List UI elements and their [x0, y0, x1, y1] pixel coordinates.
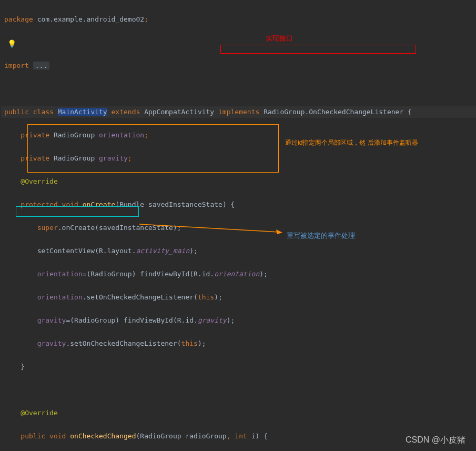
class-name: MainActivity	[58, 108, 107, 116]
code-line: orientation=(RadioGroup) findViewById(R.…	[1, 268, 476, 280]
watermark-text: CSDN @小皮猪	[406, 434, 465, 446]
annotation-label-orange: 通过id指定两个局部区域，然 后添加事件监听器	[285, 138, 418, 147]
fold-marker[interactable]: ...	[33, 62, 49, 69]
code-line: public class MainActivity extends AppCom…	[1, 106, 476, 118]
intention-bulb-icon[interactable]: 💡	[7, 38, 16, 49]
code-line: setContentView(R.layout.activity_main);	[1, 245, 476, 257]
code-line: @Override	[1, 407, 476, 419]
code-line: }	[1, 361, 476, 373]
annotation-label-blue: 重写被选定的事件处理	[287, 230, 355, 242]
code-line: protected void onCreate(Bundle savedInst…	[1, 199, 476, 211]
code-editor[interactable]: package com.example.android_demo02; impo…	[0, 0, 476, 451]
annotation-label-red: 实现接口	[266, 33, 293, 44]
code-line: private RadioGroup gravity;	[1, 153, 476, 164]
code-line: gravity=(RadioGroup) findViewById(R.id.g…	[1, 315, 476, 326]
code-line: public void onCheckedChanged(RadioGroup …	[1, 430, 476, 442]
code-line: @Override	[1, 176, 476, 187]
code-line	[1, 37, 476, 48]
code-line: super.onCreate(savedInstanceState);	[1, 222, 476, 234]
code-line: import ...	[1, 60, 476, 72]
code-line	[1, 384, 476, 396]
code-line: package com.example.android_demo02;	[1, 14, 476, 25]
code-line: orientation.setOnCheckedChangeListener(t…	[1, 292, 476, 303]
code-line	[1, 83, 476, 95]
code-line: gravity.setOnCheckedChangeListener(this)…	[1, 338, 476, 349]
